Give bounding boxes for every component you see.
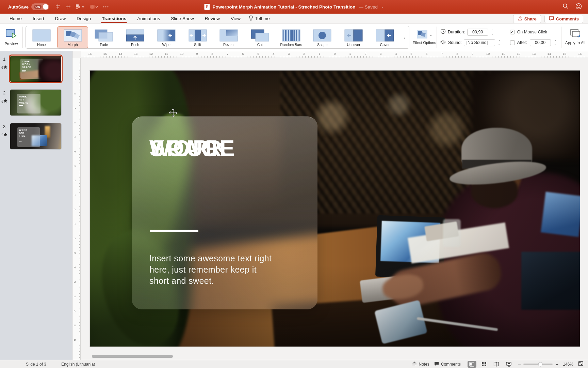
tab-view[interactable]: View — [225, 14, 246, 23]
ruler-number: 8 — [73, 93, 77, 94]
slide-body-text[interactable]: Insert some awesome text right here, jus… — [149, 253, 272, 287]
transition-item-split[interactable]: Split — [182, 26, 213, 48]
title-bar: AutoSave ON P Powerpoint Morph Animation… — [0, 0, 588, 14]
sound-stepper[interactable]: ⌃⌃ — [497, 39, 502, 46]
shapes-icon[interactable] — [76, 4, 84, 10]
ruler-number: 5 — [73, 136, 77, 138]
after-stepper[interactable]: ⌃⌃ — [553, 39, 558, 46]
duration-stepper[interactable]: ⌃⌃ — [490, 29, 495, 36]
zoom-in-button[interactable]: + — [555, 361, 558, 367]
slide-thumbnail-panel: 1 YOUR WORK SPACE ▔▔▔▔▔▔▔ 2 WORK ANY WHE… — [0, 51, 72, 360]
on-mouse-click-checkbox[interactable]: ✓ — [510, 30, 515, 34]
tab-slide-show[interactable]: Slide Show — [165, 14, 199, 23]
tell-me-control[interactable]: Tell me — [249, 15, 270, 22]
after-checkbox[interactable] — [510, 40, 515, 45]
normal-view-button[interactable] — [468, 361, 476, 368]
ruler-number: 3 — [380, 52, 381, 56]
slide-thumbnail-1[interactable]: YOUR WORK SPACE ▔▔▔▔▔▔▔ — [10, 56, 61, 82]
tab-animations[interactable]: Animations — [132, 14, 165, 23]
slide-edit-area: 1615141312111098765432101234567891011121… — [72, 51, 588, 360]
ruler-number: 2 — [364, 52, 366, 56]
ruler-number: 10 — [486, 52, 490, 56]
transition-star-icon[interactable] — [1, 132, 8, 139]
duration-input[interactable]: 00,90 — [467, 29, 488, 36]
zoom-out-button[interactable]: – — [518, 361, 521, 367]
account-avatar-icon[interactable] — [575, 3, 582, 11]
comments-button[interactable]: Comments — [544, 15, 583, 23]
chevron-down-icon[interactable]: ⌄ — [381, 5, 384, 9]
search-icon[interactable] — [562, 3, 569, 11]
more-commands-icon[interactable] — [103, 4, 109, 10]
share-button[interactable]: Share — [513, 15, 541, 23]
comments-toggle[interactable]: Comments — [434, 362, 461, 367]
transition-item-none[interactable]: None — [26, 26, 57, 48]
tab-transitions[interactable]: Transitions — [96, 14, 132, 23]
transition-item-uncover[interactable]: Uncover — [338, 26, 369, 48]
slide-sorter-view-button[interactable] — [480, 361, 489, 368]
ruler-number: 15 — [103, 52, 107, 56]
transition-item-fade[interactable]: Fade — [88, 26, 119, 48]
ruler-number: 14 — [548, 52, 551, 56]
zoom-percentage[interactable]: 146% — [561, 362, 573, 367]
slide-thumbnail-3[interactable]: WORK ANY TIME ▔▔▔▔▔▔▔ — [10, 123, 61, 149]
transition-item-wipe[interactable]: Wipe — [151, 26, 182, 48]
thumbnail-text-card: WORK ANY WHERE ▔▔▔▔▔▔▔ — [17, 94, 40, 113]
apply-to-all-button[interactable]: Apply to All — [563, 24, 588, 51]
sound-select[interactable]: [No Sound] — [464, 39, 495, 46]
align-vertical-icon[interactable] — [65, 4, 71, 10]
transition-item-cover[interactable]: Cover — [369, 26, 401, 48]
ruler-number: 7 — [441, 52, 443, 56]
zoom-slider[interactable] — [523, 364, 553, 365]
transition-item-push[interactable]: Push — [119, 26, 151, 48]
toggle-knob — [43, 4, 48, 10]
ruler-number: 2 — [73, 180, 77, 181]
ruler-number: 9 — [196, 52, 198, 56]
slide-canvas[interactable]: YOURWORKSPACE Insert some awesome text r… — [90, 71, 580, 347]
cover-transition-icon — [376, 29, 394, 42]
title-text-box[interactable]: YOURWORKSPACE Insert some awesome text r… — [132, 117, 317, 309]
zoom-slider-thumb[interactable] — [538, 362, 543, 366]
ruler-number: 6 — [73, 122, 77, 123]
autosave-control[interactable]: AutoSave ON — [8, 3, 49, 10]
after-input[interactable]: 00,00 — [530, 39, 551, 46]
transitions-ribbon: Preview None Morph Fade Push Wipe Split … — [0, 24, 588, 51]
ruler-number: 7 — [227, 52, 228, 56]
transition-item-cut[interactable]: Cut — [244, 26, 276, 48]
autosave-toggle[interactable]: ON — [31, 3, 49, 10]
reading-view-button[interactable] — [492, 361, 501, 368]
transition-item-morph[interactable]: Morph — [57, 26, 88, 48]
tab-design[interactable]: Design — [71, 14, 96, 23]
ruler-number: 8 — [73, 324, 77, 326]
align-horizontal-icon[interactable] — [55, 4, 61, 10]
fade-transition-icon — [95, 29, 113, 42]
transition-item-shape[interactable]: Shape — [307, 26, 338, 48]
notes-toggle[interactable]: Notes — [412, 362, 429, 367]
share-icon — [518, 16, 522, 22]
advance-slide-group: ✓ On Mouse Click After: 00,00 ⌃⌃ — [510, 24, 558, 51]
ruler-number: 6 — [426, 52, 427, 56]
undo-icon[interactable] — [89, 4, 98, 10]
autosave-state: ON — [34, 5, 42, 9]
reveal-transition-icon — [219, 29, 238, 42]
timing-group: Duration: 00,90 ⌃⌃ Sound: [No Sound] ⌃⌃ — [440, 24, 502, 51]
transition-item-reveal[interactable]: Reveal — [213, 26, 244, 48]
slideshow-view-button[interactable] — [504, 361, 513, 368]
transition-label: None — [37, 43, 46, 47]
gallery-more-button[interactable]: › — [401, 26, 409, 48]
fit-to-window-icon[interactable] — [578, 361, 583, 367]
tab-insert[interactable]: Insert — [27, 14, 50, 23]
transition-star-icon[interactable] — [1, 98, 8, 105]
tab-draw[interactable]: Draw — [50, 14, 71, 23]
effect-options-button[interactable]: ⌄ Effect Options — [412, 24, 437, 51]
horizontal-scrollbar[interactable] — [92, 355, 173, 358]
transition-item-randombars[interactable]: Random Bars — [276, 26, 307, 48]
slide-thumbnail-2[interactable]: WORK ANY WHERE ▔▔▔▔▔▔▔ — [10, 90, 61, 116]
tab-home[interactable]: Home — [4, 14, 27, 23]
tab-review[interactable]: Review — [199, 14, 225, 23]
document-title-area[interactable]: P Powerpoint Morph Animation Tutorial - … — [204, 4, 383, 10]
transition-star-icon[interactable] — [1, 65, 8, 72]
language-indicator[interactable]: English (Lithuania) — [61, 362, 95, 367]
preview-button[interactable]: Preview — [0, 24, 22, 51]
powerpoint-doc-icon: P — [204, 4, 210, 10]
comments-label: Comments — [441, 362, 461, 367]
